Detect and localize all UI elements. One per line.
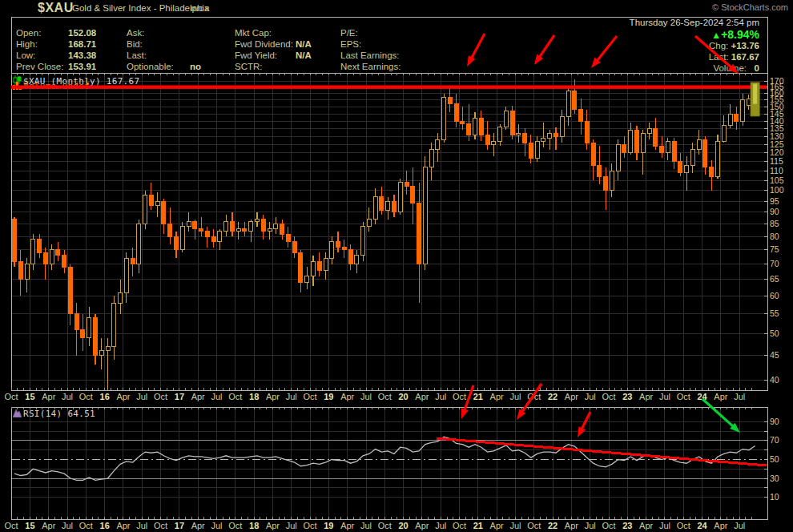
- volume-bars-icon: [13, 80, 22, 90]
- svg-text:Jul: Jul: [585, 521, 596, 530]
- svg-text:21: 21: [473, 392, 483, 401]
- svg-text:Oct: Oct: [527, 392, 541, 401]
- svg-text:55: 55: [770, 308, 779, 318]
- svg-text:Oct: Oct: [527, 521, 541, 530]
- svg-text:100: 100: [770, 185, 784, 195]
- svg-text:Oct: Oct: [79, 521, 93, 530]
- svg-text:Jul: Jul: [211, 521, 222, 530]
- svg-text:Apr: Apr: [639, 392, 653, 401]
- svg-text:75: 75: [770, 244, 779, 254]
- svg-text:Apr: Apr: [415, 392, 429, 401]
- svg-text:Oct: Oct: [378, 521, 392, 530]
- svg-text:19: 19: [324, 521, 333, 530]
- svg-text:Oct: Oct: [602, 392, 615, 401]
- svg-text:Jul: Jul: [435, 521, 446, 530]
- svg-text:50: 50: [770, 328, 779, 338]
- stockcharts-chart-page: 1701651601551501451401351301251201151101…: [0, 0, 793, 532]
- change-row: Chg: +13.76: [709, 41, 759, 50]
- svg-text:Oct: Oct: [79, 392, 93, 401]
- svg-text:19: 19: [324, 392, 333, 401]
- svg-text:Jul: Jul: [585, 392, 596, 401]
- last-row: Last: 167.67: [709, 52, 759, 62]
- svg-text:Jul: Jul: [286, 392, 297, 401]
- svg-text:Jul: Jul: [360, 392, 372, 401]
- percent-change: ▲+8.94%: [711, 28, 759, 41]
- svg-text:18: 18: [249, 521, 259, 530]
- svg-text:22: 22: [548, 521, 558, 530]
- svg-text:Jul: Jul: [659, 392, 670, 401]
- svg-text:Oct: Oct: [304, 521, 317, 530]
- stockcharts-copyright-link[interactable]: © StockCharts.com: [712, 2, 788, 12]
- svg-text:40: 40: [770, 375, 779, 385]
- svg-text:10: 10: [770, 492, 779, 502]
- svg-text:Oct: Oct: [228, 392, 242, 401]
- rsi-indicator-icon: [13, 408, 22, 417]
- svg-text:Jul: Jul: [509, 392, 521, 401]
- svg-text:Apr: Apr: [266, 521, 280, 530]
- svg-text:Apr: Apr: [639, 521, 653, 530]
- fwd-dividend-label: Fwd Dividend:: [235, 39, 293, 49]
- svg-text:Apr: Apr: [116, 521, 130, 530]
- sctr-label: SCTR:: [235, 62, 263, 71]
- svg-text:16: 16: [100, 521, 110, 530]
- svg-text:Jul: Jul: [211, 392, 222, 401]
- svg-text:21: 21: [473, 521, 483, 530]
- svg-text:18: 18: [249, 392, 259, 401]
- svg-text:65: 65: [770, 274, 779, 284]
- symbol-exchange: INDX: [191, 5, 210, 13]
- svg-text:Jul: Jul: [62, 392, 73, 401]
- svg-text:90: 90: [770, 207, 779, 216]
- fwd-yield-value: N/A: [296, 50, 312, 60]
- pe-label: P/E:: [340, 28, 358, 38]
- svg-text:Oct: Oct: [154, 392, 167, 401]
- svg-text:Apr: Apr: [714, 521, 727, 530]
- symbol-ticker: $XAU: [38, 1, 74, 15]
- svg-text:Jul: Jul: [659, 521, 670, 530]
- svg-text:Jul: Jul: [435, 392, 446, 401]
- high-label: High:: [16, 39, 38, 49]
- svg-text:95: 95: [770, 196, 779, 206]
- change-value: +13.76: [731, 41, 760, 50]
- svg-text:Apr: Apr: [42, 521, 55, 530]
- svg-text:Oct: Oct: [602, 521, 615, 530]
- x-axis-labels: OctOct1515AprAprJulJulOctOct1616AprAprJu…: [5, 392, 746, 530]
- svg-text:20: 20: [399, 521, 409, 530]
- svg-text:45: 45: [770, 350, 779, 360]
- svg-text:Apr: Apr: [714, 392, 727, 401]
- svg-text:15: 15: [25, 392, 34, 401]
- fwd-yield-label: Fwd Yield:: [235, 50, 277, 60]
- svg-text:Apr: Apr: [340, 521, 354, 530]
- svg-text:22: 22: [548, 392, 558, 401]
- svg-text:110: 110: [770, 166, 783, 175]
- rsi-axis: 9070503010: [764, 417, 779, 502]
- svg-text:50: 50: [770, 454, 779, 464]
- ask-label: Ask:: [127, 28, 144, 38]
- svg-text:Jul: Jul: [734, 392, 745, 401]
- volume-row: Volume: 0: [713, 63, 759, 73]
- svg-text:30: 30: [770, 474, 779, 483]
- svg-text:105: 105: [770, 175, 784, 185]
- svg-text:Apr: Apr: [490, 392, 504, 401]
- svg-text:Jul: Jul: [62, 521, 73, 530]
- fwd-dividend-value: N/A: [296, 39, 312, 49]
- svg-text:23: 23: [622, 521, 632, 530]
- svg-text:Apr: Apr: [42, 392, 55, 401]
- svg-text:Apr: Apr: [565, 521, 578, 530]
- volume-overlay-label: Volume undef: [23, 81, 90, 91]
- svg-text:Apr: Apr: [116, 392, 130, 401]
- prev-close-value: 153.91: [68, 62, 96, 71]
- svg-text:Oct: Oct: [228, 521, 242, 530]
- svg-text:Jul: Jul: [360, 521, 372, 530]
- svg-text:70: 70: [770, 259, 779, 268]
- svg-text:90: 90: [770, 417, 779, 426]
- svg-text:Oct: Oct: [5, 392, 18, 401]
- svg-text:24: 24: [697, 521, 707, 530]
- svg-text:23: 23: [622, 392, 632, 401]
- svg-text:20: 20: [399, 392, 409, 401]
- svg-text:Jul: Jul: [286, 521, 297, 530]
- svg-text:70: 70: [770, 435, 779, 445]
- optionable-label: Optionable:: [127, 62, 174, 71]
- svg-text:15: 15: [25, 521, 34, 530]
- chart-datetime: Thursday 26-Sep-2024 2:54 pm: [630, 18, 759, 27]
- svg-text:Oct: Oct: [677, 392, 690, 401]
